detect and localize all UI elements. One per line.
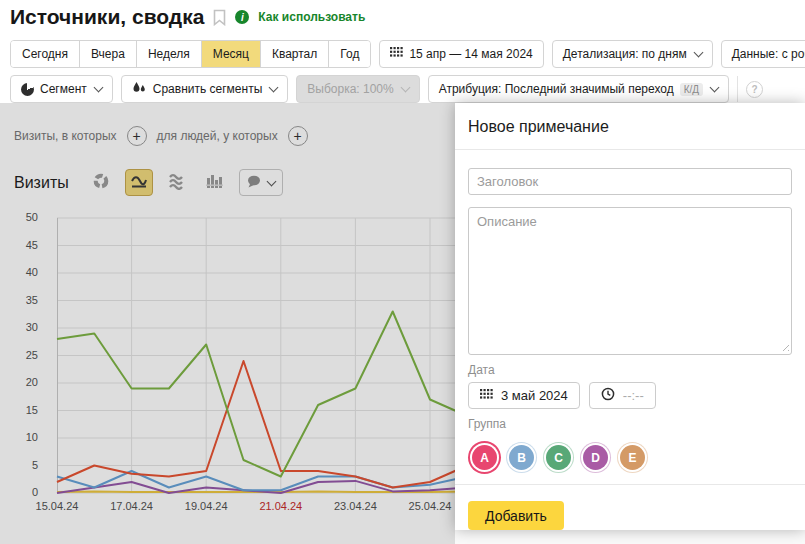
group-a-button[interactable]: A <box>472 445 497 470</box>
divider <box>737 76 738 102</box>
note-description-textarea[interactable] <box>468 207 792 355</box>
add-note-button[interactable]: Добавить <box>468 501 564 530</box>
data-mode-label: Данные: с роботами <box>732 47 805 61</box>
pie-icon <box>21 83 34 96</box>
note-date-label: Дата <box>468 363 792 377</box>
note-time-value: --:-- <box>623 388 644 403</box>
detail-dropdown[interactable]: Детализация: по дням <box>552 40 713 68</box>
data-mode-dropdown[interactable]: Данные: с роботами <box>721 40 805 68</box>
period-toolbar: Сегодня Вчера Неделя Месяц Квартал Год 1… <box>10 40 805 68</box>
date-range-button[interactable]: 15 апр — 14 мая 2024 <box>379 40 543 68</box>
new-note-panel: Новое примечание Дата 3 май 2024 <box>455 103 805 530</box>
period-year[interactable]: Год <box>329 41 370 67</box>
help-icon[interactable]: ? <box>746 81 763 98</box>
group-e-button[interactable]: E <box>620 445 645 470</box>
note-group-label: Группа <box>468 417 792 431</box>
page-title: Источники, сводка <box>10 5 204 29</box>
drops-icon <box>132 81 147 98</box>
note-title-input[interactable] <box>468 168 792 195</box>
group-b-button[interactable]: B <box>509 445 534 470</box>
note-panel-body: Дата 3 май 2024 --:-- Группа A <box>455 168 805 474</box>
compare-label: Сравнить сегменты <box>153 82 263 96</box>
group-c-button[interactable]: C <box>546 445 571 470</box>
chevron-down-icon <box>269 83 279 93</box>
sampling-dropdown[interactable]: Выборка: 100% <box>296 75 419 103</box>
metrica-sources-page: Источники, сводка i Как использовать Сег… <box>0 0 805 544</box>
period-quarter[interactable]: Квартал <box>261 41 329 67</box>
chevron-down-icon <box>400 83 410 93</box>
attribution-badge: К/Д <box>680 83 703 96</box>
note-datetime-row: 3 май 2024 --:-- <box>468 382 792 409</box>
calendar-icon <box>390 47 403 61</box>
calendar-icon <box>480 388 493 403</box>
detail-label: Детализация: по дням <box>563 47 687 61</box>
note-panel-footer: Добавить <box>455 485 805 544</box>
attribution-dropdown[interactable]: Атрибуция: Последний значимый переход К/… <box>428 75 729 103</box>
period-week[interactable]: Неделя <box>137 41 202 67</box>
period-selector: Сегодня Вчера Неделя Месяц Квартал Год <box>10 40 371 68</box>
note-description-wrap <box>468 207 792 355</box>
segment-dropdown[interactable]: Сегмент <box>10 75 113 103</box>
compare-segments-dropdown[interactable]: Сравнить сегменты <box>121 75 289 103</box>
period-month[interactable]: Месяц <box>202 41 261 67</box>
clock-icon <box>601 387 615 404</box>
bookmark-icon[interactable] <box>213 9 226 26</box>
segment-toolbar: Сегмент Сравнить сегменты Выборка: 100% … <box>10 75 763 103</box>
attribution-label: Атрибуция: Последний значимый переход <box>439 82 674 96</box>
date-range-label: 15 апр — 14 мая 2024 <box>409 47 532 61</box>
note-time-button[interactable]: --:-- <box>589 382 656 409</box>
chevron-down-icon <box>93 83 103 93</box>
title-row: Источники, сводка i Как использовать <box>10 5 365 29</box>
note-date-value: 3 май 2024 <box>501 388 568 403</box>
note-panel-title: Новое примечание <box>455 103 805 149</box>
note-date-button[interactable]: 3 май 2024 <box>468 382 580 409</box>
segment-label: Сегмент <box>40 82 87 96</box>
period-yesterday[interactable]: Вчера <box>80 41 137 67</box>
divider <box>455 149 805 150</box>
note-group-selector: A B C D E <box>468 441 792 474</box>
chevron-down-icon <box>693 48 703 58</box>
sampling-label: Выборка: 100% <box>307 82 393 96</box>
how-to-use-link[interactable]: Как использовать <box>258 10 365 24</box>
group-d-button[interactable]: D <box>583 445 608 470</box>
chevron-down-icon <box>710 83 720 93</box>
info-icon: i <box>235 10 249 24</box>
period-today[interactable]: Сегодня <box>11 41 80 67</box>
